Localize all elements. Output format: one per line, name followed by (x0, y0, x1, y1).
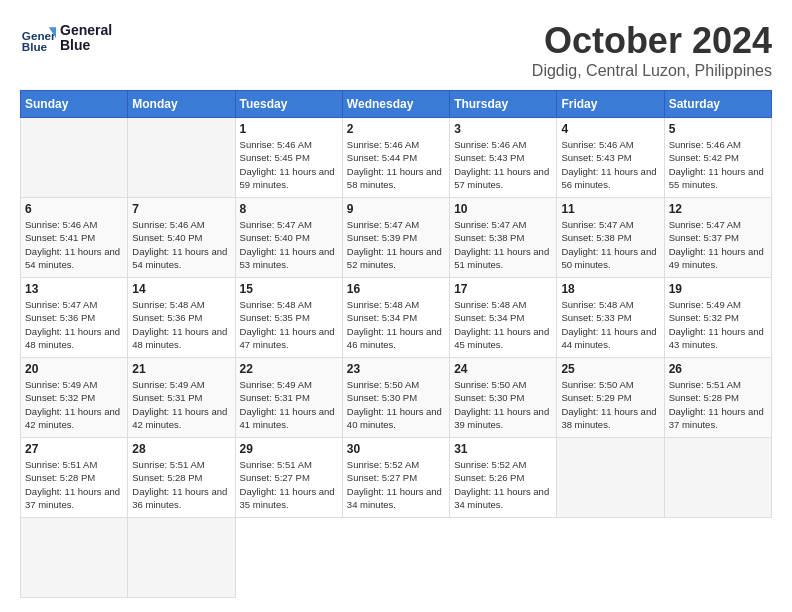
header-wednesday: Wednesday (342, 91, 449, 118)
day-number: 30 (347, 442, 445, 456)
svg-text:Blue: Blue (22, 40, 48, 53)
day-number: 28 (132, 442, 230, 456)
logo-line1: General (60, 23, 112, 38)
calendar-cell (21, 118, 128, 198)
day-info: Sunrise: 5:47 AMSunset: 5:37 PMDaylight:… (669, 218, 767, 271)
calendar-cell: 11Sunrise: 5:47 AMSunset: 5:38 PMDayligh… (557, 198, 664, 278)
calendar-cell: 22Sunrise: 5:49 AMSunset: 5:31 PMDayligh… (235, 358, 342, 438)
logo-text: General Blue (60, 23, 112, 54)
calendar-cell: 27Sunrise: 5:51 AMSunset: 5:28 PMDayligh… (21, 438, 128, 518)
day-info: Sunrise: 5:48 AMSunset: 5:36 PMDaylight:… (132, 298, 230, 351)
calendar-cell: 31Sunrise: 5:52 AMSunset: 5:26 PMDayligh… (450, 438, 557, 518)
day-info: Sunrise: 5:47 AMSunset: 5:38 PMDaylight:… (454, 218, 552, 271)
calendar-cell: 12Sunrise: 5:47 AMSunset: 5:37 PMDayligh… (664, 198, 771, 278)
calendar-cell (21, 518, 128, 598)
day-info: Sunrise: 5:52 AMSunset: 5:27 PMDaylight:… (347, 458, 445, 511)
calendar-table: Sunday Monday Tuesday Wednesday Thursday… (20, 90, 772, 598)
day-number: 1 (240, 122, 338, 136)
day-number: 2 (347, 122, 445, 136)
calendar-cell: 23Sunrise: 5:50 AMSunset: 5:30 PMDayligh… (342, 358, 449, 438)
day-number: 21 (132, 362, 230, 376)
calendar-cell: 5Sunrise: 5:46 AMSunset: 5:42 PMDaylight… (664, 118, 771, 198)
day-number: 31 (454, 442, 552, 456)
calendar-cell (664, 438, 771, 518)
day-number: 23 (347, 362, 445, 376)
day-info: Sunrise: 5:46 AMSunset: 5:44 PMDaylight:… (347, 138, 445, 191)
calendar-cell: 14Sunrise: 5:48 AMSunset: 5:36 PMDayligh… (128, 278, 235, 358)
calendar-cell: 25Sunrise: 5:50 AMSunset: 5:29 PMDayligh… (557, 358, 664, 438)
calendar-cell (557, 438, 664, 518)
day-number: 12 (669, 202, 767, 216)
header-friday: Friday (557, 91, 664, 118)
calendar-cell: 9Sunrise: 5:47 AMSunset: 5:39 PMDaylight… (342, 198, 449, 278)
day-info: Sunrise: 5:47 AMSunset: 5:38 PMDaylight:… (561, 218, 659, 271)
location-title: Digdig, Central Luzon, Philippines (532, 62, 772, 80)
day-info: Sunrise: 5:51 AMSunset: 5:28 PMDaylight:… (25, 458, 123, 511)
day-info: Sunrise: 5:50 AMSunset: 5:29 PMDaylight:… (561, 378, 659, 431)
calendar-cell: 18Sunrise: 5:48 AMSunset: 5:33 PMDayligh… (557, 278, 664, 358)
day-number: 3 (454, 122, 552, 136)
header-thursday: Thursday (450, 91, 557, 118)
day-info: Sunrise: 5:48 AMSunset: 5:34 PMDaylight:… (454, 298, 552, 351)
day-info: Sunrise: 5:46 AMSunset: 5:40 PMDaylight:… (132, 218, 230, 271)
calendar-cell: 7Sunrise: 5:46 AMSunset: 5:40 PMDaylight… (128, 198, 235, 278)
day-info: Sunrise: 5:48 AMSunset: 5:34 PMDaylight:… (347, 298, 445, 351)
day-info: Sunrise: 5:48 AMSunset: 5:35 PMDaylight:… (240, 298, 338, 351)
day-info: Sunrise: 5:47 AMSunset: 5:40 PMDaylight:… (240, 218, 338, 271)
day-info: Sunrise: 5:46 AMSunset: 5:41 PMDaylight:… (25, 218, 123, 271)
day-number: 22 (240, 362, 338, 376)
logo-icon: General Blue (20, 20, 56, 56)
calendar-cell: 3Sunrise: 5:46 AMSunset: 5:43 PMDaylight… (450, 118, 557, 198)
calendar-cell: 17Sunrise: 5:48 AMSunset: 5:34 PMDayligh… (450, 278, 557, 358)
day-number: 10 (454, 202, 552, 216)
calendar-cell (128, 118, 235, 198)
title-section: October 2024 Digdig, Central Luzon, Phil… (532, 20, 772, 80)
month-title: October 2024 (532, 20, 772, 62)
calendar-cell: 6Sunrise: 5:46 AMSunset: 5:41 PMDaylight… (21, 198, 128, 278)
header-saturday: Saturday (664, 91, 771, 118)
day-number: 29 (240, 442, 338, 456)
day-number: 4 (561, 122, 659, 136)
day-number: 9 (347, 202, 445, 216)
day-info: Sunrise: 5:46 AMSunset: 5:42 PMDaylight:… (669, 138, 767, 191)
day-number: 5 (669, 122, 767, 136)
day-number: 18 (561, 282, 659, 296)
calendar-row: 1Sunrise: 5:46 AMSunset: 5:45 PMDaylight… (21, 118, 772, 198)
header-tuesday: Tuesday (235, 91, 342, 118)
calendar-cell: 1Sunrise: 5:46 AMSunset: 5:45 PMDaylight… (235, 118, 342, 198)
calendar-cell: 24Sunrise: 5:50 AMSunset: 5:30 PMDayligh… (450, 358, 557, 438)
calendar-cell: 20Sunrise: 5:49 AMSunset: 5:32 PMDayligh… (21, 358, 128, 438)
day-number: 16 (347, 282, 445, 296)
day-number: 27 (25, 442, 123, 456)
day-number: 25 (561, 362, 659, 376)
day-number: 7 (132, 202, 230, 216)
calendar-cell: 13Sunrise: 5:47 AMSunset: 5:36 PMDayligh… (21, 278, 128, 358)
day-info: Sunrise: 5:49 AMSunset: 5:31 PMDaylight:… (240, 378, 338, 431)
day-number: 17 (454, 282, 552, 296)
calendar-row (21, 518, 772, 598)
day-info: Sunrise: 5:51 AMSunset: 5:27 PMDaylight:… (240, 458, 338, 511)
day-number: 11 (561, 202, 659, 216)
calendar-cell: 26Sunrise: 5:51 AMSunset: 5:28 PMDayligh… (664, 358, 771, 438)
day-info: Sunrise: 5:48 AMSunset: 5:33 PMDaylight:… (561, 298, 659, 351)
calendar-row: 13Sunrise: 5:47 AMSunset: 5:36 PMDayligh… (21, 278, 772, 358)
calendar-cell: 10Sunrise: 5:47 AMSunset: 5:38 PMDayligh… (450, 198, 557, 278)
header-monday: Monday (128, 91, 235, 118)
day-number: 24 (454, 362, 552, 376)
day-number: 15 (240, 282, 338, 296)
day-info: Sunrise: 5:46 AMSunset: 5:45 PMDaylight:… (240, 138, 338, 191)
calendar-cell: 30Sunrise: 5:52 AMSunset: 5:27 PMDayligh… (342, 438, 449, 518)
calendar-row: 27Sunrise: 5:51 AMSunset: 5:28 PMDayligh… (21, 438, 772, 518)
calendar-cell: 28Sunrise: 5:51 AMSunset: 5:28 PMDayligh… (128, 438, 235, 518)
weekday-header-row: Sunday Monday Tuesday Wednesday Thursday… (21, 91, 772, 118)
day-info: Sunrise: 5:52 AMSunset: 5:26 PMDaylight:… (454, 458, 552, 511)
day-number: 14 (132, 282, 230, 296)
day-info: Sunrise: 5:51 AMSunset: 5:28 PMDaylight:… (669, 378, 767, 431)
day-number: 26 (669, 362, 767, 376)
day-number: 8 (240, 202, 338, 216)
calendar-row: 20Sunrise: 5:49 AMSunset: 5:32 PMDayligh… (21, 358, 772, 438)
day-info: Sunrise: 5:46 AMSunset: 5:43 PMDaylight:… (454, 138, 552, 191)
day-info: Sunrise: 5:49 AMSunset: 5:31 PMDaylight:… (132, 378, 230, 431)
header: General Blue General Blue October 2024 D… (20, 20, 772, 80)
calendar-cell: 15Sunrise: 5:48 AMSunset: 5:35 PMDayligh… (235, 278, 342, 358)
